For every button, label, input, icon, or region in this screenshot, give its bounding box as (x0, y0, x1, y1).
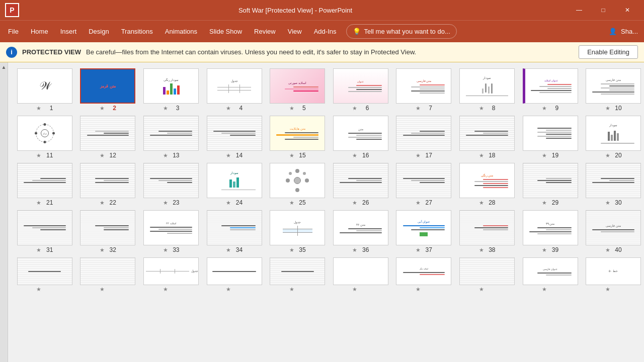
slide-item-48[interactable]: ★ (456, 257, 518, 293)
tell-me-input[interactable]: 💡 Tell me what you want to do... (346, 24, 456, 39)
star-icon-16: ★ (352, 152, 357, 159)
slide-item-47[interactable]: اسلاید دیگر ★ (393, 257, 455, 293)
menu-animations[interactable]: Animations (159, 23, 203, 41)
slide-item-2[interactable]: متن قرمز ★ 2 (77, 68, 139, 112)
slide-info-26: ★ 26 (352, 199, 369, 206)
star-icon-27: ★ (416, 200, 421, 206)
slide-thumb-1: 𝒲 (17, 68, 72, 104)
slide-item-29[interactable]: ★ 29 (520, 163, 581, 206)
slide-number-24: 24 (232, 199, 243, 206)
protected-view-message: Be careful—files from the Internet can c… (86, 48, 416, 56)
slide-item-16[interactable]: متن ★ 16 (330, 116, 391, 159)
star-icon-19: ★ (542, 152, 547, 159)
slide-item-45[interactable]: ★ (267, 257, 328, 293)
slide-item-35[interactable]: جدول ★ (267, 210, 328, 253)
slide-item-7[interactable]: متن فارسی ★ 7 (393, 68, 455, 112)
star-icon-3: ★ (163, 105, 168, 112)
slide-item-14[interactable]: ★ 14 (204, 116, 265, 159)
slide-item-24[interactable]: نمودار ★ 24 (204, 163, 265, 206)
star-icon-10: ★ (605, 105, 610, 112)
slide-item-30[interactable]: ★ 30 (583, 163, 644, 206)
star-icon-4: ★ (226, 105, 231, 112)
star-icon-47: ★ (416, 286, 421, 293)
protected-view-label: PROTECTED VIEW (22, 48, 81, 56)
slide-item-33[interactable]: اسلاید ۳۳ ★ 33 (140, 210, 202, 253)
slide-item-43[interactable]: جدول ★ (140, 257, 202, 293)
slide-item-49[interactable]: عنوان فارسی ★ (520, 257, 581, 293)
star-icon-20: ★ (605, 152, 610, 159)
slide-item-31[interactable]: ★ 31 (14, 210, 75, 253)
slide-item-41[interactable]: ★ (14, 257, 75, 293)
slide-item-23[interactable]: ★ 23 (140, 163, 202, 206)
slide-item-10[interactable]: متن فارسی ★ 10 (583, 68, 644, 112)
star-icon-48: ★ (479, 286, 484, 293)
slide-item-8[interactable]: نمودار ★ 8 (456, 68, 518, 112)
slide-item-50[interactable]: خط ۵۰ ★ (583, 257, 644, 293)
slide-number-28: 28 (486, 199, 496, 206)
slide-item-9[interactable]: عنوان اسلاید ★ 9 (520, 68, 581, 112)
slide-info-45: ★ (289, 286, 306, 293)
star-icon-32: ★ (100, 247, 105, 253)
star-icon-30: ★ (605, 200, 610, 206)
menu-home[interactable]: Home (25, 23, 54, 41)
slide-item-4[interactable]: جدول (204, 68, 265, 112)
slide-item-36[interactable]: متن ۳۶ ★ 36 (330, 210, 391, 253)
slide-item-6[interactable]: عنوان ★ 6 (330, 68, 391, 112)
slide-item-25[interactable]: ★ 25 (267, 163, 328, 206)
menu-review[interactable]: Review (248, 23, 282, 41)
slide-item-20[interactable]: نمودار ★ 20 (583, 116, 644, 159)
menu-file[interactable]: File (2, 23, 25, 41)
slide-item-12[interactable]: ★ 12 (77, 116, 139, 159)
slide-thumb-28: متن رنگی (459, 163, 515, 198)
enable-editing-button[interactable]: Enable Editing (579, 45, 638, 59)
slide-item-1[interactable]: 𝒲 ★ 1 (14, 68, 75, 112)
slide-info-35: ★ 35 (289, 246, 306, 253)
slide-item-19[interactable]: ★ 19 (520, 116, 581, 159)
slide-item-39[interactable]: متن ۳۹ ★ 39 (520, 210, 581, 253)
slide-item-44[interactable]: ★ (204, 257, 265, 293)
slide-number-16: 16 (359, 152, 369, 159)
slide-item-46[interactable]: ★ (330, 257, 391, 293)
slide-thumb-15: متن هایلایت (270, 116, 325, 151)
slide-item-21[interactable]: ★ 21 (14, 163, 75, 206)
slide-item-28[interactable]: متن رنگی ★ 28 (456, 163, 518, 206)
slide-item-5[interactable]: اسلاید صورتی ★ 5 (267, 68, 328, 112)
menu-design[interactable]: Design (83, 23, 115, 41)
slide-item-42[interactable]: ★ (77, 257, 139, 293)
slide-thumb-7: متن فارسی (396, 68, 451, 104)
menu-slideshow[interactable]: Slide Show (203, 23, 248, 41)
scroll-up-arrow[interactable]: ▲ (2, 64, 7, 70)
close-button[interactable]: ✕ (616, 2, 639, 18)
star-icon-8: ★ (479, 105, 484, 112)
slide-item-3[interactable]: نمودار رنگی ★ 3 (140, 68, 202, 112)
slide-item-37[interactable]: عنوان آبی ★ 37 (393, 210, 455, 253)
slide-item-38[interactable]: ★ 38 (456, 210, 518, 253)
slide-item-34[interactable]: ★ 34 (204, 210, 265, 253)
slide-info-40: ★ 40 (605, 246, 622, 253)
slide-thumb-21 (17, 163, 72, 198)
slide-item-27[interactable]: ★ 27 (393, 163, 455, 206)
slides-area: متن فارسی ★ 10 (8, 62, 644, 362)
slide-item-26[interactable]: ★ 26 (330, 163, 391, 206)
slide-item-18[interactable]: ★ 18 (456, 116, 518, 159)
star-icon-6: ★ (352, 105, 357, 112)
star-icon-1: ★ (36, 105, 41, 112)
slide-item-40[interactable]: متن فارسی ★ 40 (583, 210, 644, 253)
menu-transitions[interactable]: Transitions (115, 23, 159, 41)
menu-view[interactable]: View (282, 23, 308, 41)
slide-item-13[interactable]: ★ 13 (140, 116, 202, 159)
star-icon-36: ★ (352, 247, 357, 253)
slide-item-15[interactable]: متن هایلایت ★ 15 (267, 116, 328, 159)
minimize-button[interactable]: — (568, 2, 591, 18)
menu-addins[interactable]: Add-Ins (308, 23, 343, 41)
slide-item-11[interactable]: مرکز ★ 11 (14, 116, 75, 159)
star-icon-14: ★ (226, 152, 231, 159)
slide-number-18: 18 (486, 152, 496, 159)
slide-item-32[interactable]: ★ 32 (77, 210, 139, 253)
slide-item-22[interactable]: ★ 22 (77, 163, 139, 206)
slide-info-2: ★ 2 (100, 105, 116, 112)
slide-item-17[interactable]: ★ 17 (393, 116, 455, 159)
menu-insert[interactable]: Insert (54, 23, 83, 41)
maximize-button[interactable]: □ (592, 2, 615, 18)
slide-thumb-45 (270, 257, 325, 285)
